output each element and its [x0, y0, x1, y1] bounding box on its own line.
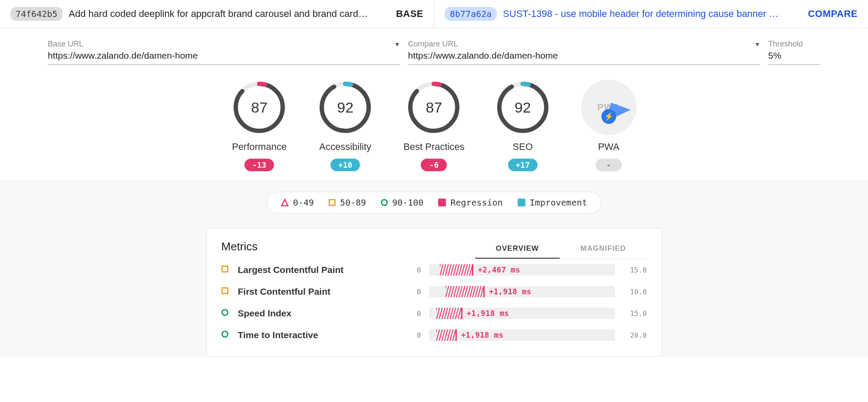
metric-row[interactable]: Largest Contentful Paint0+2,467 ms15.0	[221, 259, 647, 281]
threshold-label: Threshold	[768, 40, 803, 49]
gauge-score: 87	[406, 80, 462, 135]
metric-min: 0	[411, 266, 421, 274]
metric-name: Largest Contentful Paint	[238, 265, 403, 275]
metric-min: 0	[411, 288, 421, 296]
url-controls: Base URL▼ https://www.zalando.de/damen-h…	[0, 28, 868, 67]
gauge-score: 92	[317, 80, 373, 135]
square-icon	[221, 266, 228, 272]
gauge-seo[interactable]: 92SEO+17	[495, 80, 551, 171]
base-commit-message: Add hard coded deeplink for appcraft bra…	[69, 8, 390, 20]
regression-swatch-icon	[438, 199, 446, 206]
metric-delta: +2,467 ms	[478, 265, 520, 274]
metric-min: 0	[411, 331, 421, 339]
threshold-field[interactable]: Threshold 5%	[768, 40, 820, 65]
improvement-swatch-icon	[518, 199, 525, 206]
legend-improvement: Improvement	[518, 197, 587, 208]
chevron-down-icon: ▼	[394, 41, 400, 48]
base-label: BASE	[396, 8, 423, 20]
tab-magnified[interactable]: MAGNIFIED	[560, 240, 647, 259]
compare-commit[interactable]: 8b77a62a SUST-1398 - use mobile header f…	[434, 0, 868, 28]
gauge-ring: 92	[317, 80, 373, 135]
gauge-pwa[interactable]: PWA⚡PWA-	[581, 80, 637, 171]
tab-overview[interactable]: OVERVIEW	[475, 240, 560, 259]
square-icon	[221, 287, 228, 294]
metric-name: First Contentful Paint	[238, 286, 403, 297]
compare-hash: 8b77a62a	[445, 7, 497, 21]
lower-section: 0-49 50-89 90-100 Regression Improvement…	[0, 181, 868, 357]
square-icon	[329, 199, 336, 206]
comparison-header: 74f642b5 Add hard coded deeplink for app…	[0, 0, 868, 28]
pwa-badge-icon: PWA⚡	[581, 80, 637, 135]
metric-row[interactable]: First Contentful Paint0+1,918 ms10.0	[221, 281, 647, 302]
base-hash: 74f642b5	[10, 7, 63, 21]
svg-marker-12	[282, 199, 288, 206]
base-url-field[interactable]: Base URL▼ https://www.zalando.de/damen-h…	[48, 40, 400, 65]
metric-bar: +2,467 ms	[429, 264, 615, 276]
gauge-score: 87	[231, 80, 287, 135]
metric-delta: +1,918 ms	[467, 309, 509, 318]
gauge-title: Performance	[232, 141, 287, 153]
gauge-score: 92	[495, 80, 551, 135]
metric-name: Time to Interactive	[238, 330, 403, 340]
circle-icon	[221, 309, 228, 316]
metric-delta: +1,918 ms	[489, 287, 531, 296]
triangle-icon	[281, 199, 289, 206]
compare-url-field[interactable]: Compare URL▼ https://www.zalando.de/dame…	[408, 40, 761, 65]
metric-name: Speed Index	[238, 308, 403, 319]
gauge-title: PWA	[598, 141, 619, 153]
delta-pill: +10	[330, 159, 360, 171]
legend-bad: 0-49	[281, 197, 314, 208]
bolt-icon: ⚡	[601, 109, 616, 124]
score-gauges: 87Performance-1392Accessibility+1087Best…	[0, 67, 868, 181]
metric-max: 15.0	[623, 266, 647, 274]
gauge-title: Best Practices	[403, 141, 465, 153]
gauge-ring: 87	[406, 80, 462, 135]
delta-pill: -13	[244, 159, 274, 171]
base-commit[interactable]: 74f642b5 Add hard coded deeplink for app…	[0, 0, 434, 28]
legend-regression: Regression	[438, 197, 502, 208]
base-url-label: Base URL	[48, 40, 83, 49]
threshold-value: 5%	[768, 49, 820, 65]
gauge-title: SEO	[513, 141, 533, 153]
compare-url-value: https://www.zalando.de/damen-home	[408, 49, 761, 65]
compare-label: COMPARE	[808, 8, 858, 20]
gauge-ring: 92	[495, 80, 551, 135]
gauge-performance[interactable]: 87Performance-13	[231, 80, 287, 171]
legend-good: 90-100	[381, 197, 423, 208]
metric-row[interactable]: Speed Index0+1,918 ms15.0	[221, 302, 647, 324]
metric-bar: +1,918 ms	[429, 329, 615, 341]
gauge-accessibility[interactable]: 92Accessibility+10	[317, 80, 373, 171]
delta-pill: -6	[421, 159, 447, 171]
metric-max: 10.0	[623, 288, 647, 296]
legend-mid: 50-89	[329, 197, 366, 208]
metric-min: 0	[411, 309, 421, 318]
delta-pill: -	[596, 159, 622, 171]
metric-bar: +1,918 ms	[429, 286, 615, 297]
metric-row[interactable]: Time to Interactive0+1,918 ms20.0	[221, 324, 647, 346]
delta-pill: +17	[508, 159, 538, 171]
metric-delta: +1,918 ms	[461, 330, 504, 339]
metric-max: 20.0	[623, 331, 647, 339]
gauge-title: Accessibility	[319, 141, 371, 153]
compare-url-label: Compare URL	[408, 40, 458, 49]
metrics-card: Metrics OVERVIEW MAGNIFIED Largest Conte…	[206, 228, 662, 357]
metrics-title: Metrics	[221, 240, 258, 253]
metrics-list: Largest Contentful Paint0+2,467 ms15.0Fi…	[221, 259, 647, 346]
metric-bar: +1,918 ms	[429, 308, 615, 319]
compare-commit-message: SUST-1398 - use mobile header for determ…	[503, 8, 802, 20]
score-legend: 0-49 50-89 90-100 Regression Improvement	[267, 192, 602, 213]
circle-icon	[381, 199, 388, 206]
circle-icon	[221, 331, 228, 338]
chevron-down-icon: ▼	[754, 41, 760, 48]
gauge-ring: 87	[231, 80, 287, 135]
metric-max: 15.0	[623, 309, 647, 318]
gauge-best-practices[interactable]: 87Best Practices-6	[403, 80, 465, 171]
base-url-value: https://www.zalando.de/damen-home	[48, 49, 400, 65]
